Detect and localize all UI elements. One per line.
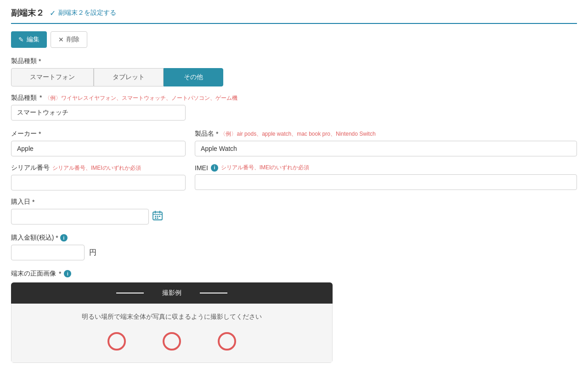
edit-icon: ✎	[18, 36, 24, 43]
photo-example-box: 撮影例 明るい場所で端末全体が写真に収まるように撮影してください	[11, 282, 333, 363]
imei-info-icon[interactable]: i	[211, 164, 218, 172]
purchase-date-label: 購入日 *	[11, 198, 577, 206]
serial-column: シリアル番号 シリアル番号、IMEIのいずれか必須	[11, 164, 186, 190]
calendar-icon[interactable]	[153, 211, 163, 223]
page-container: 副端末２ ✓ 副端末２を設定する ✎ 編集 ✕ 削除 製品種類 * スマートフォ…	[0, 0, 588, 368]
purchase-price-section: 購入金額(税込) * i 円	[11, 234, 577, 260]
red-circle-3	[218, 332, 236, 351]
header-line-left	[116, 293, 144, 293]
red-circle-2	[163, 332, 181, 351]
circles-row	[21, 332, 323, 353]
product-type-section: 製品種類 * スマートフォン タブレット その他	[11, 57, 577, 86]
product-name-example: 〈例〉air pods、apple watch、mac book pro、Nin…	[220, 130, 375, 138]
svg-rect-8	[157, 218, 158, 219]
product-category-example: 〈例〉ワイヤレスイヤフォン、スマートウォッチ、ノートパソコン、ゲーム機	[45, 94, 237, 102]
delete-label: 削除	[67, 35, 79, 44]
purchase-price-input[interactable]	[11, 245, 85, 260]
type-btn-smartphone[interactable]: スマートフォン	[11, 68, 94, 86]
maker-label: メーカー *	[11, 130, 186, 138]
check-icon: ✓	[50, 9, 56, 17]
type-btn-tablet[interactable]: タブレット	[94, 68, 164, 86]
date-row	[11, 209, 577, 224]
circle-item-1	[107, 332, 126, 353]
action-buttons: ✎ 編集 ✕ 削除	[11, 31, 577, 48]
serial-label-row: シリアル番号 シリアル番号、IMEIのいずれか必須	[11, 164, 186, 172]
product-category-input[interactable]	[11, 105, 186, 121]
serial-required-note: シリアル番号、IMEIのいずれか必須	[52, 164, 141, 172]
yen-label: 円	[89, 248, 96, 258]
purchase-price-label: 購入金額(税込) * i	[11, 234, 577, 242]
checkbox-label-text: 副端末２を設定する	[58, 9, 116, 17]
maker-product-row: メーカー * 製品名 * 〈例〉air pods、apple watch、mac…	[11, 130, 577, 156]
photo-instruction: 明るい場所で端末全体が写真に収まるように撮影してください	[21, 313, 323, 321]
svg-rect-4	[155, 216, 156, 217]
section-title: 副端末２	[11, 7, 44, 18]
serial-label: シリアル番号	[11, 164, 50, 172]
purchase-date-section: 購入日 *	[11, 198, 577, 224]
delete-button[interactable]: ✕ 削除	[51, 31, 87, 48]
imei-label: IMEI	[195, 164, 208, 172]
svg-rect-7	[155, 218, 156, 219]
image-info-icon[interactable]: i	[64, 270, 71, 277]
price-row: 円	[11, 245, 577, 260]
photo-example-header: 撮影例	[11, 282, 333, 304]
imei-label-row: IMEI i シリアル番号、IMEIのいずれか必須	[195, 164, 577, 172]
red-circle-1	[107, 332, 126, 351]
imei-input[interactable]	[195, 174, 577, 190]
type-btn-other[interactable]: その他	[164, 68, 223, 86]
required-star: *	[39, 58, 41, 65]
section-header: 副端末２ ✓ 副端末２を設定する	[11, 7, 577, 24]
edit-button[interactable]: ✎ 編集	[11, 31, 47, 48]
type-buttons-group: スマートフォン タブレット その他	[11, 68, 577, 86]
product-name-input[interactable]	[195, 141, 577, 156]
product-type-label: 製品種類 *	[11, 57, 577, 65]
front-image-label: 端末の正面画像 * i	[11, 270, 577, 278]
imei-column: IMEI i シリアル番号、IMEIのいずれか必須	[195, 164, 577, 190]
serial-imei-row: シリアル番号 シリアル番号、IMEIのいずれか必須 IMEI i シリアル番号、…	[11, 164, 577, 190]
svg-rect-6	[159, 216, 160, 217]
maker-column: メーカー *	[11, 130, 186, 156]
header-line-right	[200, 293, 227, 293]
circle-item-3	[218, 332, 236, 353]
maker-input[interactable]	[11, 141, 186, 156]
purchase-date-input[interactable]	[11, 209, 149, 224]
product-category-label: 製品種類 * 〈例〉ワイヤレスイヤフォン、スマートウォッチ、ノートパソコン、ゲー…	[11, 94, 577, 102]
delete-icon: ✕	[58, 36, 64, 43]
product-name-label: 製品名 * 〈例〉air pods、apple watch、mac book p…	[195, 130, 577, 138]
section-checkbox-label[interactable]: ✓ 副端末２を設定する	[50, 9, 116, 17]
circle-item-2	[163, 332, 181, 353]
product-name-column: 製品名 * 〈例〉air pods、apple watch、mac book p…	[195, 130, 577, 156]
product-category-section: 製品種類 * 〈例〉ワイヤレスイヤフォン、スマートウォッチ、ノートパソコン、ゲー…	[11, 94, 577, 121]
edit-label: 編集	[27, 35, 40, 44]
serial-input[interactable]	[11, 175, 186, 190]
photo-example-body: 明るい場所で端末全体が写真に収まるように撮影してください	[11, 304, 333, 363]
price-info-icon[interactable]: i	[60, 234, 68, 242]
svg-rect-5	[157, 216, 158, 217]
imei-required-note: シリアル番号、IMEIのいずれか必須	[221, 164, 310, 172]
front-image-section: 端末の正面画像 * i 撮影例 明るい場所で端末全体が写真に収まるように撮影して…	[11, 270, 577, 363]
photo-example-title: 撮影例	[162, 289, 181, 297]
